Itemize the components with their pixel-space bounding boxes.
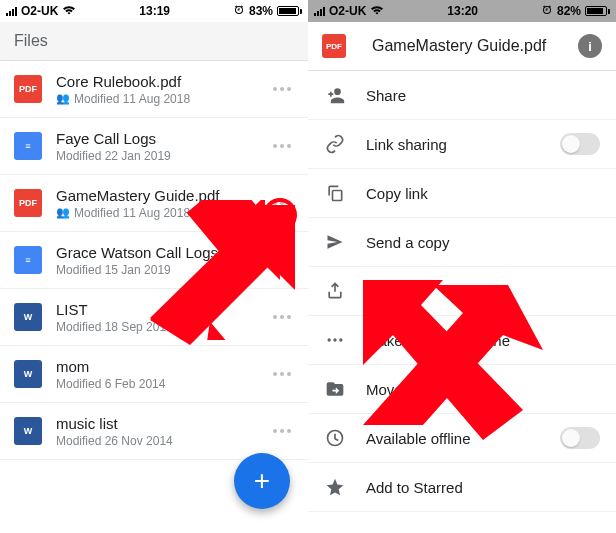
sheet-item-make-available[interactable]: Make available offline (308, 316, 616, 365)
more-button[interactable] (264, 356, 300, 392)
more-button[interactable] (264, 128, 300, 164)
file-modified: Modified 11 Aug 2018 (74, 206, 190, 220)
file-modified: Modified 22 Jan 2019 (56, 149, 171, 163)
shared-icon: 👥 (56, 206, 70, 219)
pdf-icon: PDF (322, 34, 346, 58)
doc-icon: ≡ (14, 132, 42, 160)
sheet-label: Link sharing (366, 136, 540, 153)
doc-icon: ≡ (14, 246, 42, 274)
sheet-item-link-sharing[interactable]: Link sharing (308, 120, 616, 169)
link-icon (324, 133, 346, 155)
file-row-faye-call-logs[interactable]: ≡ Faye Call Logs Modified 22 Jan 2019 (0, 118, 308, 175)
file-name: music list (56, 415, 264, 432)
offline-icon (324, 427, 346, 449)
files-header: Files (0, 22, 308, 61)
battery-icon (277, 6, 302, 16)
sheet-label: Add to Starred (366, 479, 600, 496)
toggle-link-sharing[interactable] (560, 133, 600, 155)
more-button[interactable] (264, 185, 300, 221)
svg-point-7 (339, 338, 342, 341)
file-row-core-rulebook[interactable]: PDF Core Rulebook.pdf 👥Modified 11 Aug 2… (0, 61, 308, 118)
svg-rect-4 (333, 191, 342, 201)
file-modified: Modified 11 Aug 2018 (74, 92, 190, 106)
phone-right: O2-UK 13:20 82% PDF GameMastery Guide.pd… (308, 0, 616, 533)
clock: 13:19 (139, 4, 170, 18)
sheet-label: Copy link (366, 185, 600, 202)
sheet-item-add-starred[interactable]: Add to Starred (308, 463, 616, 512)
phone-left: O2-UK 13:19 83% Files PDF Core Rulebook.… (0, 0, 308, 533)
sheet-item-move[interactable]: Move (308, 365, 616, 414)
more-button[interactable] (264, 299, 300, 335)
open-in-icon (324, 280, 346, 302)
alarm-icon (233, 4, 245, 19)
sheet-header: PDF GameMastery Guide.pdf i (308, 22, 616, 71)
file-row-music-list[interactable]: W music list Modified 26 Nov 2014 (0, 403, 308, 460)
file-modified: Modified 18 Sep 2014 (56, 320, 173, 334)
file-name: Faye Call Logs (56, 130, 264, 147)
sheet-label: Make available offline (366, 332, 600, 349)
sheet-label: Move (366, 381, 600, 398)
wifi-icon (62, 4, 76, 18)
word-icon: W (14, 417, 42, 445)
battery-icon (585, 6, 610, 16)
toggle-available-offline[interactable] (560, 427, 600, 449)
sheet-label: Share (366, 87, 600, 104)
fab-add[interactable]: + (234, 453, 290, 509)
file-row-gamemastery[interactable]: PDF GameMastery Guide.pdf 👥Modified 11 A… (0, 175, 308, 232)
more-button[interactable] (264, 242, 300, 278)
wifi-icon (370, 4, 384, 18)
file-modified: Modified 6 Feb 2014 (56, 377, 165, 391)
file-name: mom (56, 358, 264, 375)
word-icon: W (14, 360, 42, 388)
signal-icon (6, 6, 17, 16)
file-row-grace-watson[interactable]: ≡ Grace Watson Call Logs Modified 15 Jan… (0, 232, 308, 289)
sheet-title: GameMastery Guide.pdf (372, 37, 566, 55)
file-modified: Modified 15 Jan 2019 (56, 263, 171, 277)
sheet-item-copy-link[interactable]: Copy link (308, 169, 616, 218)
word-icon: W (14, 303, 42, 331)
carrier-label: O2-UK (21, 4, 58, 18)
share-person-icon (324, 84, 346, 106)
folder-move-icon (324, 378, 346, 400)
shared-icon: 👥 (56, 92, 70, 105)
file-row-list[interactable]: W LIST Modified 18 Sep 2014 (0, 289, 308, 346)
copy-icon (324, 182, 346, 204)
alarm-icon (541, 4, 553, 19)
pdf-icon: PDF (14, 75, 42, 103)
sheet-item-available-offline[interactable]: Available offline (308, 414, 616, 463)
clock: 13:20 (447, 4, 478, 18)
battery-pct: 82% (557, 4, 581, 18)
sheet-list: Share Link sharing Copy link Send a copy (308, 71, 616, 533)
signal-icon (314, 6, 325, 16)
file-modified: Modified 26 Nov 2014 (56, 434, 173, 448)
sheet-label: Available offline (366, 430, 540, 447)
file-name: Core Rulebook.pdf (56, 73, 264, 90)
file-name: LIST (56, 301, 264, 318)
sheet-label: Open in (366, 283, 600, 300)
info-button[interactable]: i (578, 34, 602, 58)
star-icon (324, 476, 346, 498)
sheet-item-send-copy[interactable]: Send a copy (308, 218, 616, 267)
pdf-icon: PDF (14, 189, 42, 217)
more-button[interactable] (264, 71, 300, 107)
carrier-label: O2-UK (329, 4, 366, 18)
svg-point-6 (333, 338, 336, 341)
sheet-item-share[interactable]: Share (308, 71, 616, 120)
svg-point-5 (328, 338, 331, 341)
more-button[interactable] (264, 413, 300, 449)
dots-icon (324, 329, 346, 351)
status-bar: O2-UK 13:19 83% (0, 0, 308, 22)
file-name: Grace Watson Call Logs (56, 244, 264, 261)
file-row-mom[interactable]: W mom Modified 6 Feb 2014 (0, 346, 308, 403)
file-name: GameMastery Guide.pdf (56, 187, 264, 204)
sheet-item-open-in[interactable]: Open in (308, 267, 616, 316)
battery-pct: 83% (249, 4, 273, 18)
send-icon (324, 231, 346, 253)
sheet-label: Send a copy (366, 234, 600, 251)
status-bar: O2-UK 13:20 82% (308, 0, 616, 22)
